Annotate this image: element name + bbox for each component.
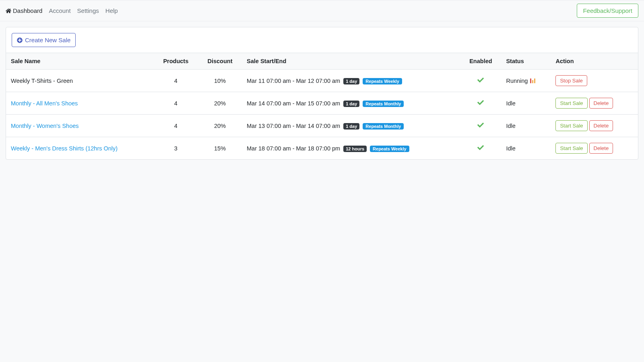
running-animation-icon xyxy=(530,78,535,83)
col-header-startend: Sale Start/End xyxy=(242,53,460,70)
action-cell: Start SaleDelete xyxy=(551,137,638,160)
nav-help[interactable]: Help xyxy=(105,7,118,14)
sale-name-link[interactable]: Monthly - Women's Shoes xyxy=(11,123,79,129)
products-cell: 3 xyxy=(154,137,198,160)
sales-table: Sale Name Products Discount Sale Start/E… xyxy=(6,53,638,159)
dates-cell: Mar 13 07:00 am - Mar 14 07:00 am 1 day … xyxy=(242,115,460,137)
col-header-enabled: Enabled xyxy=(460,53,501,70)
table-row: Weekly - Men's Dress Shirts (12hrs Only)… xyxy=(6,137,638,160)
start-sale-button[interactable]: Start Sale xyxy=(555,98,587,109)
status-cell: Idle xyxy=(501,137,551,160)
nav-dashboard[interactable]: Dashboard xyxy=(6,7,42,14)
duration-badge: 12 hours xyxy=(343,146,367,152)
check-icon xyxy=(477,77,484,83)
discount-cell: 10% xyxy=(198,70,242,92)
nav-settings[interactable]: Settings xyxy=(77,7,99,14)
sale-name-link[interactable]: Weekly - Men's Dress Shirts (12hrs Only) xyxy=(11,145,118,152)
home-icon xyxy=(6,8,11,14)
check-icon xyxy=(477,144,484,151)
discount-cell: 20% xyxy=(198,115,242,137)
status-cell: Running xyxy=(501,70,551,92)
enabled-cell xyxy=(460,115,501,137)
status-text: Running xyxy=(506,78,528,84)
delete-button[interactable]: Delete xyxy=(589,120,613,131)
nav-dashboard-label: Dashboard xyxy=(13,7,42,14)
sale-name-text: Weekly T-Shirts - Green xyxy=(11,78,73,84)
duration-badge: 1 day xyxy=(343,123,359,130)
col-header-discount: Discount xyxy=(198,53,242,70)
delete-button[interactable]: Delete xyxy=(589,143,613,154)
duration-badge: 1 day xyxy=(343,78,359,84)
start-sale-button[interactable]: Start Sale xyxy=(555,143,587,154)
products-cell: 4 xyxy=(154,70,198,92)
create-new-sale-label: Create New Sale xyxy=(25,37,70,43)
sale-name-link[interactable]: Monthly - All Men's Shoes xyxy=(11,100,78,107)
action-cell: Start SaleDelete xyxy=(551,115,638,137)
start-sale-button[interactable]: Start Sale xyxy=(555,120,587,131)
table-row: Monthly - Women's Shoes420%Mar 13 07:00 … xyxy=(6,115,638,137)
table-row: Weekly T-Shirts - Green410%Mar 11 07:00 … xyxy=(6,70,638,92)
col-header-status: Status xyxy=(501,53,551,70)
enabled-cell xyxy=(460,70,501,92)
dates-cell: Mar 14 07:00 am - Mar 15 07:00 am 1 day … xyxy=(242,92,460,115)
main-panel: Create New Sale Sale Name Products Disco… xyxy=(6,27,638,160)
action-cell: Start SaleDelete xyxy=(551,92,638,115)
col-header-action: Action xyxy=(551,53,638,70)
table-row: Monthly - All Men's Shoes420%Mar 14 07:0… xyxy=(6,92,638,115)
col-header-products: Products xyxy=(154,53,198,70)
duration-badge: 1 day xyxy=(343,101,359,107)
discount-cell: 15% xyxy=(198,137,242,160)
repeat-badge: Repeats Weekly xyxy=(370,146,409,152)
feedback-support-button[interactable]: Feedback/Support xyxy=(577,4,638,18)
products-cell: 4 xyxy=(154,115,198,137)
status-cell: Idle xyxy=(501,92,551,115)
check-icon xyxy=(477,99,484,106)
dates-cell: Mar 11 07:00 am - Mar 12 07:00 am 1 day … xyxy=(242,70,460,92)
action-cell: Stop Sale xyxy=(551,70,638,92)
panel-header: Create New Sale xyxy=(6,27,638,53)
discount-cell: 20% xyxy=(198,92,242,115)
repeat-badge: Repeats Monthly xyxy=(363,101,404,107)
enabled-cell xyxy=(460,92,501,115)
status-text: Idle xyxy=(506,123,515,129)
dates-cell: Mar 18 07:00 am - Mar 18 07:00 pm 12 hou… xyxy=(242,137,460,160)
check-icon xyxy=(477,122,484,128)
repeat-badge: Repeats Weekly xyxy=(363,78,402,84)
repeat-badge: Repeats Monthly xyxy=(363,123,404,130)
stop-sale-button[interactable]: Stop Sale xyxy=(555,75,587,86)
status-text: Idle xyxy=(506,145,515,152)
products-cell: 4 xyxy=(154,92,198,115)
plus-circle-icon xyxy=(17,37,23,43)
top-navbar: Dashboard Account Settings Help Feedback… xyxy=(0,0,644,21)
status-cell: Idle xyxy=(501,115,551,137)
nav-links: Dashboard Account Settings Help xyxy=(6,7,118,14)
col-header-name: Sale Name xyxy=(6,53,154,70)
nav-account[interactable]: Account xyxy=(49,7,70,14)
delete-button[interactable]: Delete xyxy=(589,98,613,109)
status-text: Idle xyxy=(506,100,515,107)
enabled-cell xyxy=(460,137,501,160)
create-new-sale-button[interactable]: Create New Sale xyxy=(12,33,76,47)
